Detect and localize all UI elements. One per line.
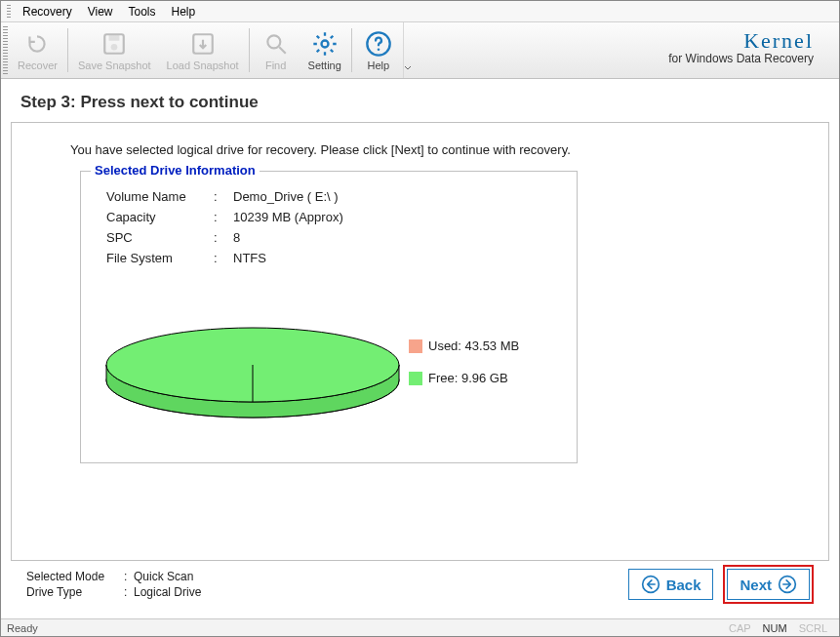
status-ready: Ready <box>7 622 38 634</box>
back-button[interactable]: Back <box>628 569 714 600</box>
brand-name: Kernel <box>668 28 814 53</box>
status-num: NUM <box>757 622 793 634</box>
info-value: 8 <box>233 230 561 245</box>
load-snapshot-label: Load Snapshot <box>167 60 239 71</box>
toolbar-separator <box>67 28 68 72</box>
info-value: Demo_Drive ( E:\ ) <box>233 189 561 204</box>
status-scrl: SCRL <box>793 622 833 634</box>
info-label: Volume Name <box>106 189 214 204</box>
step-title: Step 3: Press next to continue <box>11 89 829 122</box>
find-icon <box>262 30 290 58</box>
mode-label: Selected Mode <box>26 569 124 584</box>
menu-view[interactable]: View <box>80 3 121 20</box>
menu-recovery[interactable]: Recovery <box>15 3 80 20</box>
load-snapshot-icon <box>189 30 217 58</box>
info-value: NTFS <box>233 251 561 265</box>
arrow-left-icon <box>641 575 660 594</box>
legend-free: Free: 9.96 GB <box>409 371 519 385</box>
help-icon <box>365 30 392 58</box>
help-button[interactable]: Help <box>354 22 403 78</box>
wizard-panel: You have selected logical drive for reco… <box>11 122 829 561</box>
find-button[interactable]: Find <box>252 22 300 78</box>
drive-info-grid: Volume Name:Demo_Drive ( E:\ ) Capacity:… <box>106 189 561 265</box>
menubar: Recovery View Tools Help <box>1 1 839 22</box>
svg-point-2 <box>111 44 118 51</box>
save-snapshot-label: Save Snapshot <box>78 60 151 71</box>
chevron-down-icon <box>404 64 412 72</box>
svg-rect-1 <box>109 34 120 41</box>
info-label: SPC <box>106 230 214 245</box>
load-snapshot-button[interactable]: Load Snapshot <box>159 22 247 78</box>
statusbar: Ready CAP NUM SCRL <box>1 618 839 636</box>
recover-icon <box>23 30 51 58</box>
arrow-right-icon <box>778 575 797 594</box>
info-label: Capacity <box>106 210 214 224</box>
svg-line-5 <box>279 47 286 54</box>
nav-buttons: Back Next <box>628 565 814 604</box>
instruction-text: You have selected logical drive for reco… <box>70 142 799 157</box>
help-label: Help <box>368 60 390 71</box>
svg-point-6 <box>321 40 328 47</box>
menubar-grip <box>7 5 11 19</box>
legend-swatch-free <box>409 372 422 385</box>
menu-help[interactable]: Help <box>164 3 204 20</box>
gear-icon <box>311 30 339 58</box>
legend-swatch-used <box>409 339 422 353</box>
legend-free-label: Free: 9.96 GB <box>428 371 508 385</box>
menu-tools[interactable]: Tools <box>120 3 163 20</box>
info-label: File System <box>106 251 214 265</box>
find-label: Find <box>265 60 286 71</box>
svg-point-8 <box>378 48 380 51</box>
legend-used: Used: 43.53 MB <box>409 338 519 353</box>
chart-legend: Used: 43.53 MB Free: 9.96 GB <box>409 333 519 403</box>
disk-usage-chart-row: Used: 43.53 MB Free: 9.96 GB <box>97 304 561 431</box>
main-content: Step 3: Press next to continue You have … <box>1 79 839 602</box>
save-snapshot-icon <box>100 30 128 58</box>
next-button-highlight: Next <box>723 565 814 604</box>
setting-button[interactable]: Setting <box>300 22 349 78</box>
footer-info: Selected Mode : Quick Scan Drive Type : … <box>26 569 201 600</box>
recover-label: Recover <box>18 60 58 71</box>
next-label: Next <box>740 577 772 593</box>
disk-usage-pie <box>97 304 409 431</box>
toolbar-grip <box>3 26 8 74</box>
legend-used-label: Used: 43.53 MB <box>428 338 519 353</box>
brand-tagline: for Windows Data Recovery <box>668 53 814 66</box>
toolbar: Recover Save Snapshot Load Snapshot Find… <box>1 22 839 79</box>
status-cap: CAP <box>723 622 757 634</box>
brand: Kernel for Windows Data Recovery <box>668 28 814 66</box>
wizard-footer: Selected Mode : Quick Scan Drive Type : … <box>11 561 829 604</box>
drive-info-fieldset: Selected Drive Information Volume Name:D… <box>80 171 578 463</box>
back-label: Back <box>666 577 701 593</box>
next-button[interactable]: Next <box>727 569 810 600</box>
toolbar-overflow[interactable] <box>403 22 413 78</box>
mode-value: Quick Scan <box>134 569 193 584</box>
recover-button[interactable]: Recover <box>10 22 65 78</box>
svg-point-4 <box>267 35 280 48</box>
toolbar-separator <box>351 28 352 72</box>
drive-type-value: Logical Drive <box>134 584 201 600</box>
toolbar-separator <box>249 28 250 72</box>
drive-type-label: Drive Type <box>26 584 124 600</box>
setting-label: Setting <box>308 60 341 71</box>
save-snapshot-button[interactable]: Save Snapshot <box>70 22 159 78</box>
drive-info-legend: Selected Drive Information <box>91 163 260 178</box>
info-value: 10239 MB (Approx) <box>233 210 561 224</box>
